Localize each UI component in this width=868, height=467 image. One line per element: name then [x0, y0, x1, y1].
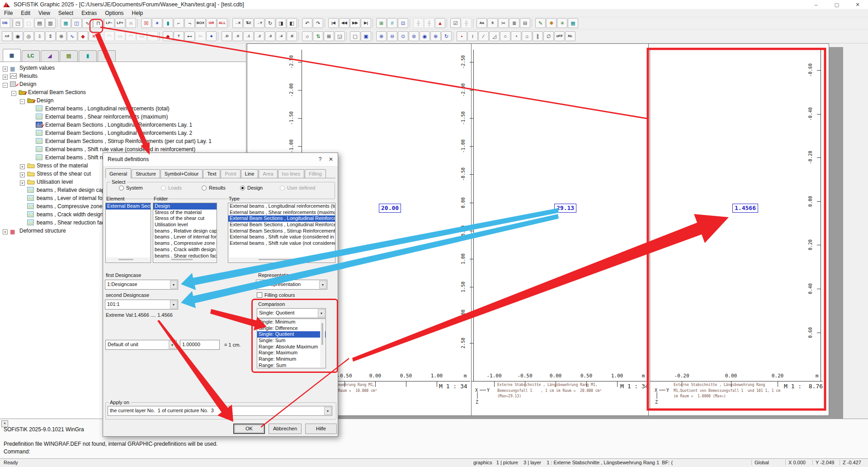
- toolbar-button[interactable]: .4: [276, 31, 286, 41]
- toolbar-button[interactable]: ▦: [568, 18, 578, 28]
- toolbar-button[interactable]: DB: [0, 18, 10, 28]
- toolbar-button[interactable]: ∅: [543, 31, 554, 41]
- tree-item-label[interactable]: beams , Crack width design: [37, 211, 103, 218]
- toolbar-button[interactable]: ⇅: [313, 31, 323, 41]
- menu-extras[interactable]: Extras: [77, 10, 101, 16]
- tree-expand-toggle[interactable]: +: [20, 164, 25, 169]
- dialog-close-icon[interactable]: ✕: [327, 156, 335, 164]
- toolbar-button[interactable]: .D: [222, 31, 232, 41]
- toolbar-button[interactable]: .E: [287, 31, 297, 41]
- toolbar-button[interactable]: ○: [500, 31, 510, 41]
- panel-tab-1[interactable]: ▦: [3, 49, 21, 62]
- tree-expand-toggle[interactable]: −: [20, 99, 25, 104]
- tree-item-label[interactable]: Design: [19, 81, 36, 87]
- menu-view[interactable]: View: [34, 10, 54, 16]
- toolbar-button[interactable]: ✂: [498, 18, 509, 28]
- dialog-tab-filling[interactable]: Filling: [305, 169, 326, 178]
- toolbar-button[interactable]: ⌂: [522, 31, 532, 41]
- chevron-down-icon[interactable]: ▼: [318, 309, 325, 317]
- tree-expand-toggle[interactable]: +: [3, 229, 8, 234]
- menu-options[interactable]: Options: [101, 10, 127, 16]
- help-button[interactable]: Hilfe: [305, 424, 337, 434]
- close-button[interactable]: ✕: [847, 0, 868, 9]
- menu-select[interactable]: Select: [54, 10, 77, 16]
- tree-expand-toggle[interactable]: +: [3, 75, 8, 80]
- tree-item-label[interactable]: Deformed structure: [19, 228, 66, 234]
- dialog-tab-point[interactable]: Point: [221, 169, 240, 178]
- maximize-button[interactable]: ▢: [826, 0, 847, 9]
- chevron-down-icon[interactable]: ▼: [170, 300, 177, 309]
- tree-item-label[interactable]: System values: [19, 65, 55, 71]
- toolbar-button[interactable]: ▢: [24, 18, 34, 28]
- menu-help[interactable]: Help: [128, 10, 147, 16]
- tree-row[interactable]: −✓Design: [0, 96, 246, 105]
- dialog-tab-text[interactable]: Text: [203, 169, 220, 178]
- toolbar-button[interactable]: ◉: [420, 31, 430, 41]
- dialog-tab-symbol-colour[interactable]: Symbol+Colour: [160, 169, 203, 178]
- tree-item-label[interactable]: Utilisation level: [37, 179, 73, 185]
- toolbar-button[interactable]: cd: [2, 31, 12, 41]
- toolbar-button[interactable]: GR: [206, 18, 217, 28]
- toolbar-button[interactable]: ⇩: [34, 31, 45, 41]
- radio-loads[interactable]: Loads: [161, 185, 182, 191]
- toolbar-button[interactable]: ⇅Z: [243, 18, 254, 28]
- tree-item-label[interactable]: External beams , Longitudinal reinforcem…: [45, 105, 170, 112]
- toolbar-button[interactable]: ⊕: [376, 31, 387, 41]
- toolbar-button[interactable]: LF−: [104, 18, 114, 28]
- toolbar-button[interactable]: .2: [254, 31, 264, 41]
- toolbar-button[interactable]: •: [457, 31, 467, 41]
- dialog-tab-area[interactable]: Area: [259, 169, 277, 178]
- list-item[interactable]: beams , Lever of internal forces: [153, 234, 217, 240]
- toolbar-button[interactable]: ⊖: [387, 31, 397, 41]
- list-item[interactable]: External beams , Longitudinal reinforcem…: [228, 203, 335, 210]
- list-item[interactable]: External Beam Sections , Stirrup Reinfor…: [228, 228, 335, 234]
- toolbar-button[interactable]: ⊞: [324, 31, 334, 41]
- toolbar-button[interactable]: ↶: [302, 18, 312, 28]
- toolbar-button[interactable]: ⊕: [56, 31, 66, 41]
- toolbar-button[interactable]: ◿: [489, 31, 500, 41]
- comparison-vscrollbar[interactable]: [320, 319, 325, 367]
- toolbar-button[interactable]: ▶|: [361, 18, 371, 28]
- tree-item-label[interactable]: External Beam Sections , Longitudinal Re…: [45, 122, 192, 128]
- toolbar-button[interactable]: ╫: [424, 18, 434, 28]
- dialog-tab-general[interactable]: General: [105, 168, 131, 178]
- tree-row[interactable]: External Beam Sections , Stirrup Reinfor…: [0, 137, 246, 145]
- list-item[interactable]: Single: Sum: [257, 338, 326, 344]
- toolbar-button[interactable]: ≣: [509, 18, 519, 28]
- toolbar-button[interactable]: ↻: [441, 31, 452, 41]
- list-item[interactable]: External beams , Shift rule value (not c…: [228, 240, 335, 247]
- representation-combo[interactable]: Line representation ▼: [256, 280, 327, 290]
- toolbar-button[interactable]: ✕: [89, 31, 99, 41]
- toolbar-button[interactable]: ◳: [13, 18, 23, 28]
- radio-user-defined[interactable]: User defined: [280, 185, 315, 191]
- toolbar-button[interactable]: ⊟: [520, 18, 530, 28]
- toolbar-button[interactable]: ✶: [152, 18, 162, 28]
- tree-row[interactable]: +▦System values: [0, 64, 246, 72]
- toolbar-button[interactable]: ∕: [478, 31, 489, 41]
- tree-row[interactable]: −✓External Beam Sections: [0, 88, 246, 96]
- list-item[interactable]: beams , Compressive zone heig: [153, 240, 217, 247]
- dialog-tab-line[interactable]: Line: [241, 169, 259, 178]
- toolbar-button[interactable]: ≃: [147, 31, 158, 41]
- panel-tab-5[interactable]: ▮: [79, 50, 97, 62]
- tree-item-label[interactable]: Stress of the shear cut: [37, 171, 91, 177]
- checkbox-box[interactable]: [257, 292, 262, 298]
- toolbar-button[interactable]: ⊡: [398, 18, 408, 28]
- toolbar-button[interactable]: Nr.: [565, 31, 576, 41]
- chevron-down-icon[interactable]: ▼: [319, 281, 326, 289]
- toolbar-button[interactable]: ALL: [217, 18, 227, 28]
- toolbar-button[interactable]: ◲: [335, 31, 345, 41]
- menu-file[interactable]: File: [0, 10, 17, 16]
- list-item[interactable]: Range: Sum: [257, 362, 326, 368]
- tree-item-label[interactable]: External beams , Shift rule value (consi…: [45, 146, 195, 152]
- toolbar-button[interactable]: T: [174, 31, 184, 41]
- first-designcase-combo[interactable]: 1:Designcase ▼: [105, 280, 178, 290]
- list-item[interactable]: beams , Relative design capac: [153, 228, 217, 234]
- element-list[interactable]: External Beam Section: [105, 203, 151, 263]
- toolbar-button[interactable]: .3: [265, 31, 275, 41]
- toolbar-button[interactable]: ✎: [535, 18, 546, 28]
- toolbar-button[interactable]: ◨: [276, 18, 286, 28]
- folder-list[interactable]: DesignStress of the materialStress of th…: [153, 203, 217, 263]
- filling-colours-checkbox[interactable]: Filling colours: [257, 292, 295, 298]
- unit-factor-input[interactable]: 1.00000: [180, 340, 220, 350]
